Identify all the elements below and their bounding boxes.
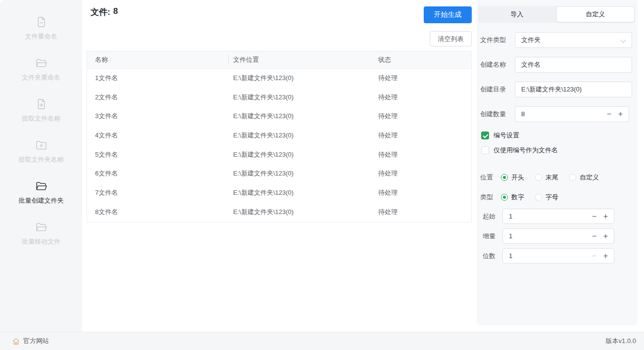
tab-import[interactable]: 导入	[478, 6, 556, 23]
create-name-input[interactable]: 文件名	[515, 57, 632, 73]
radio-position-custom[interactable]: 自定义	[569, 173, 599, 182]
table-row[interactable]: 3文件名 E:\新建文件夹\123(0) 待处理	[87, 107, 471, 126]
radio-label: 字母	[545, 193, 558, 202]
digits-value: 1	[509, 252, 512, 260]
radio-type-number[interactable]: 数字	[501, 193, 524, 202]
file-type-label: 文件类型	[480, 32, 506, 48]
settings-panel: 导入 自定义 文件类型 文件夹 创建名称 文件名 创建目录 E:\新建文件夹\1…	[477, 0, 638, 325]
radio-icon	[535, 174, 542, 181]
sidebar-item-folder-rename[interactable]: 文件夹重命名	[0, 48, 82, 89]
create-count-label: 创建数量	[480, 106, 506, 122]
file-count-value: 8	[113, 6, 118, 18]
start-generate-button[interactable]: 开始生成	[424, 6, 472, 23]
sidebar-item-label: 批量移动文件	[22, 238, 60, 245]
cell-path: E:\新建文件夹\123(0)	[233, 145, 294, 165]
radio-position-start[interactable]: 开头	[501, 173, 524, 182]
file-type-select[interactable]: 文件夹	[515, 32, 632, 48]
cell-path: E:\新建文件夹\123(0)	[233, 126, 294, 145]
official-website-link[interactable]: 官方网站	[23, 332, 49, 350]
plus-button[interactable]: +	[603, 209, 608, 224]
file-type-value: 文件夹	[521, 36, 541, 44]
radio-selected-icon	[501, 194, 508, 201]
cell-name: 8文件名	[95, 203, 118, 222]
cell-status: 待处理	[378, 69, 397, 88]
cell-path: E:\新建文件夹\123(0)	[233, 88, 294, 107]
minus-button[interactable]: −	[592, 229, 596, 244]
minus-button-disabled: −	[592, 249, 596, 263]
cell-name: 4文件名	[95, 126, 118, 145]
file-count-label: 文件:	[91, 6, 110, 18]
table-row[interactable]: 4文件名 E:\新建文件夹\123(0) 待处理	[87, 126, 471, 145]
table-row[interactable]: 8文件名 E:\新建文件夹\123(0) 待处理	[87, 203, 471, 222]
radio-icon	[569, 174, 576, 181]
cell-path: E:\新建文件夹\123(0)	[233, 69, 294, 88]
cell-name: 5文件名	[95, 145, 118, 165]
cell-status: 待处理	[378, 107, 397, 126]
checkbox-label: 仅使用编号作为文件名	[494, 146, 558, 155]
radio-label: 自定义	[580, 173, 599, 182]
plus-button[interactable]: +	[603, 249, 608, 263]
sidebar-item-label: 文件重命名	[25, 33, 57, 40]
sidebar-item-label: 提取文件夹名称	[19, 156, 64, 163]
clear-list-button[interactable]: 清空列表	[430, 31, 472, 46]
file-table: 名称 文件位置 状态 1文件名 E:\新建文件夹\123(0) 待处理 2文件名…	[87, 51, 472, 222]
position-radio-group: 位置 开头 末尾 自定义	[480, 173, 610, 182]
status-bar: 官方网站 版本v1.0.0	[0, 332, 644, 350]
digits-label: 位数	[483, 248, 495, 263]
digits-stepper[interactable]: 1 − +	[502, 248, 614, 263]
sidebar-item-extract-file-names[interactable]: 提取文件名称	[0, 89, 82, 130]
sidebar-item-batch-create-folders[interactable]: 批量创建文件夹	[0, 171, 82, 212]
cell-status: 待处理	[378, 88, 397, 107]
table-row[interactable]: 6文件名 E:\新建文件夹\123(0) 待处理	[87, 164, 471, 183]
create-dir-value: E:\新建文件夹\123(0)	[521, 86, 582, 93]
radio-label: 末尾	[545, 173, 558, 182]
start-number-value: 1	[509, 213, 512, 220]
cell-name: 3文件名	[95, 107, 118, 126]
increment-value: 1	[509, 232, 512, 240]
numbering-settings-checkbox[interactable]: 编号设置	[481, 131, 519, 140]
column-divider	[228, 55, 229, 65]
minus-button[interactable]: −	[607, 107, 611, 122]
sidebar-item-label: 批量创建文件夹	[19, 197, 64, 204]
chevron-down-icon	[620, 37, 626, 43]
start-number-stepper[interactable]: 1 − +	[502, 209, 614, 224]
cell-path: E:\新建文件夹\123(0)	[233, 203, 294, 222]
cell-path: E:\新建文件夹\123(0)	[233, 183, 294, 203]
increment-stepper[interactable]: 1 − +	[502, 228, 614, 244]
table-header: 名称 文件位置 状态	[87, 51, 471, 69]
table-row[interactable]: 2文件名 E:\新建文件夹\123(0) 待处理	[87, 88, 471, 107]
checkbox-checked-icon	[481, 131, 489, 139]
table-row[interactable]: 5文件名 E:\新建文件夹\123(0) 待处理	[87, 145, 471, 165]
sidebar: 文件重命名 文件夹重命名 提取文件名称 提取文件夹名称 批量创建文件夹 批量移动…	[0, 0, 82, 332]
file-plus-icon	[35, 98, 48, 112]
cell-name: 7文件名	[95, 183, 118, 203]
radio-position-end[interactable]: 末尾	[535, 173, 558, 182]
plus-button[interactable]: +	[618, 107, 623, 122]
folder-open-icon	[35, 57, 48, 71]
plus-button[interactable]: +	[603, 229, 608, 244]
cell-status: 待处理	[378, 126, 397, 145]
sidebar-item-extract-folder-names[interactable]: 提取文件夹名称	[0, 130, 82, 171]
cell-name: 2文件名	[95, 88, 118, 107]
sidebar-item-file-rename[interactable]: 文件重命名	[0, 7, 82, 48]
checkbox-label: 编号设置	[494, 131, 519, 140]
number-only-filename-checkbox[interactable]: 仅使用编号作为文件名	[481, 146, 558, 155]
sidebar-item-batch-move-files[interactable]: 批量移动文件	[0, 212, 82, 253]
column-header-name: 名称	[95, 51, 108, 68]
radio-type-letter[interactable]: 字母	[535, 193, 558, 202]
panel-tabbar: 导入 自定义	[478, 6, 635, 23]
cell-status: 待处理	[378, 145, 397, 165]
create-name-value: 文件名	[521, 61, 541, 68]
tab-custom[interactable]: 自定义	[557, 7, 635, 22]
radio-label: 数字	[511, 193, 524, 202]
create-name-label: 创建名称	[480, 57, 506, 73]
cell-status: 待处理	[378, 183, 397, 203]
cell-status: 待处理	[378, 164, 397, 183]
create-dir-input[interactable]: E:\新建文件夹\123(0)	[515, 82, 632, 97]
cell-status: 待处理	[378, 203, 397, 222]
minus-button[interactable]: −	[592, 209, 596, 224]
radio-selected-icon	[501, 174, 508, 181]
create-count-stepper[interactable]: 8 − +	[515, 106, 629, 122]
table-row[interactable]: 1文件名 E:\新建文件夹\123(0) 待处理	[87, 69, 471, 88]
table-row[interactable]: 7文件名 E:\新建文件夹\123(0) 待处理	[87, 183, 471, 203]
